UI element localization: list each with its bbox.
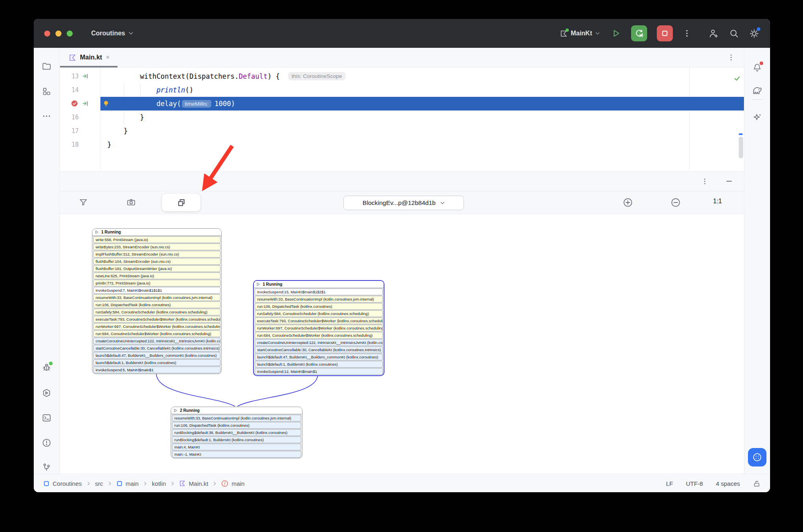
coroutine-scope-dropdown[interactable]: BlockingEv...p@12b84d1b	[343, 196, 464, 210]
filter-icon[interactable]	[78, 197, 88, 207]
stack-frame[interactable]: implFlushBuffer:312, StreamEncoder (sun.…	[93, 251, 221, 258]
stack-frame[interactable]: main:4, MainKt	[172, 444, 301, 450]
stack-frame[interactable]: invokeSuspend:12, MainKt$main$1	[255, 368, 383, 375]
editor-scrollbar[interactable]	[739, 137, 743, 158]
ai-assistant-sparkle-icon[interactable]	[752, 112, 763, 123]
breadcrumb-item[interactable]: kotlin	[152, 480, 166, 487]
stack-frame[interactable]: runWorker:697, CoroutineScheduler$Worker…	[93, 323, 221, 330]
show-creation-frames-button[interactable]	[162, 194, 200, 211]
search-icon[interactable]	[729, 28, 739, 39]
stack-frame[interactable]: invokeSuspend:15, MainKt$main$1$2$1	[255, 289, 383, 295]
code-editor[interactable]: 13withContext(Dispatchers.Default) { thi…	[60, 68, 744, 171]
code-line[interactable]: 14println()	[60, 83, 744, 97]
stack-frame[interactable]: run:106, DispatchedTask (kotlinx.corouti…	[255, 303, 383, 310]
problems-icon[interactable]	[41, 438, 52, 448]
stack-frame[interactable]: newLine:625, PrintStream (java.io)	[93, 272, 221, 279]
more-tool-windows-icon[interactable]	[42, 111, 51, 121]
stack-frame[interactable]: resumeWith:33, BaseContinuationImpl (kot…	[172, 415, 301, 422]
project-selector[interactable]: Coroutines	[91, 30, 133, 37]
unlock-icon[interactable]	[753, 480, 760, 487]
services-icon[interactable]	[41, 388, 52, 398]
stack-frame[interactable]: flushBuffer:181, OutputStreamWriter (jav…	[93, 265, 221, 272]
stack-frame[interactable]: runSafely:584, CoroutineScheduler (kotli…	[93, 309, 221, 315]
stack-box-header[interactable]: 1 Running	[92, 229, 221, 236]
suspend-point-icon[interactable]	[82, 73, 89, 80]
coroutine-stack-box[interactable]: 1 RunninginvokeSuspend:15, MainKt$main$1…	[253, 280, 384, 376]
zoom-out-icon[interactable]	[670, 197, 681, 208]
panel-options-kebab-icon[interactable]	[701, 178, 709, 185]
intention-bulb-icon[interactable]	[102, 100, 110, 107]
button-widget-icon[interactable]	[748, 448, 766, 467]
notifications-bell-icon[interactable]	[752, 62, 762, 73]
encoding-indicator[interactable]: UTF-8	[686, 480, 703, 487]
stack-frame[interactable]: run:684, CoroutineScheduler$Worker (kotl…	[93, 330, 221, 337]
suspend-point-icon[interactable]	[82, 100, 89, 107]
breadcrumb-item[interactable]: src	[95, 480, 103, 487]
stack-frame[interactable]: invokeSuspend:5, MainKt$main$1	[93, 366, 221, 373]
traffic-minimize-button[interactable]	[55, 31, 61, 37]
rerun-debug-button[interactable]	[631, 25, 647, 41]
run-button[interactable]	[611, 28, 621, 39]
stack-frame[interactable]: launch$default:1, BuildersKt (kotlinx.co…	[93, 359, 221, 366]
line-ending-indicator[interactable]: LF	[666, 480, 673, 487]
traffic-close-button[interactable]	[44, 31, 50, 37]
project-folder-icon[interactable]	[41, 61, 52, 72]
stack-frame[interactable]: startCoroutineCancellable:30, Cancellabl…	[255, 346, 383, 353]
gradle-elephant-icon[interactable]	[752, 86, 763, 96]
stack-frame[interactable]: executeTask:793, CoroutineScheduler$Work…	[255, 317, 383, 324]
coroutine-graph-canvas[interactable]: 1 Runningwrite:558, PrintStream (java.io…	[60, 214, 744, 474]
panel-minimize-icon[interactable]	[725, 178, 733, 185]
tab-main-kt[interactable]: Main.kt ×	[60, 48, 118, 67]
stack-frame[interactable]: run:684, CoroutineScheduler$Worker (kotl…	[255, 332, 383, 339]
stack-box-header[interactable]: 1 Running	[254, 281, 384, 288]
stack-frame[interactable]: println:772, PrintStream (java.io)	[93, 280, 221, 286]
code-line[interactable]: delay(timeMillis:1000)	[60, 97, 744, 110]
coroutine-stack-box[interactable]: 1 Runningwrite:558, PrintStream (java.io…	[92, 228, 222, 374]
stack-frame[interactable]: createCoroutineUnintercepted:122, Intrin…	[255, 339, 383, 346]
breakpoint-icon[interactable]	[71, 100, 78, 107]
stack-frame[interactable]: launch$default:47, BuildersKt__Builders_…	[255, 354, 383, 360]
stack-frame[interactable]: runWorker:697, CoroutineScheduler$Worker…	[255, 325, 383, 331]
stack-frame[interactable]: flushBuffer:104, StreamEncoder (sun.nio.…	[93, 258, 221, 265]
code-line[interactable]: 18}	[60, 138, 744, 151]
stack-frame[interactable]: run:106, DispatchedTask (kotlinx.corouti…	[172, 422, 301, 429]
debug-tool-icon[interactable]	[41, 362, 52, 373]
stack-frame[interactable]: runBlocking$default:1, BuildersKt (kotli…	[172, 436, 301, 443]
stack-frame[interactable]: run:106, DispatchedTask (kotlinx.corouti…	[93, 301, 221, 308]
stack-frame[interactable]: startCoroutineCancellable:30, Cancellabl…	[93, 345, 221, 352]
code-line[interactable]: 13withContext(Dispatchers.Default) { thi…	[60, 70, 744, 83]
add-user-icon[interactable]	[708, 28, 719, 39]
stop-button[interactable]	[657, 25, 673, 41]
breadcrumb-item[interactable]: Coroutines	[43, 480, 82, 487]
editor-options-kebab-icon[interactable]	[727, 53, 735, 61]
terminal-icon[interactable]	[41, 413, 52, 423]
settings-gear-icon[interactable]	[749, 28, 760, 39]
capture-snapshot-camera-icon[interactable]	[126, 197, 136, 207]
code-line[interactable]: 17}	[60, 124, 744, 138]
stack-frame[interactable]: write:558, PrintStream (java.io)	[93, 236, 221, 243]
stack-frame[interactable]: runBlocking$default:38, BuildersKt__Buil…	[172, 429, 301, 436]
coroutine-stack-box[interactable]: 2 RunningresumeWith:33, BaseContinuation…	[171, 407, 302, 458]
stack-frame[interactable]: main:-1, MainKt	[172, 451, 301, 458]
tab-close-icon[interactable]: ×	[106, 53, 110, 61]
stack-frame[interactable]: resumeWith:33, BaseContinuationImpl (kot…	[93, 294, 221, 301]
code-line[interactable]: 16}	[60, 110, 744, 124]
stack-frame[interactable]: executeTask:793, CoroutineScheduler$Work…	[93, 316, 221, 323]
breadcrumb-item[interactable]: main	[116, 480, 139, 487]
stack-frame[interactable]: launch$default:1, BuildersKt (kotlinx.co…	[255, 361, 383, 368]
traffic-zoom-button[interactable]	[67, 31, 73, 37]
stack-frame[interactable]: resumeWith:33, BaseContinuationImpl (kot…	[255, 296, 383, 303]
structure-icon[interactable]	[42, 86, 52, 96]
indent-indicator[interactable]: 4 spaces	[716, 480, 740, 487]
stack-frame[interactable]: launch$default:47, BuildersKt__Builders_…	[93, 352, 221, 359]
breadcrumb-item[interactable]: fmain	[221, 480, 245, 487]
run-configuration-selector[interactable]: MainKt	[560, 30, 600, 37]
stack-frame[interactable]: invokeSuspend:7, MainKt$main$1$1$1	[93, 287, 221, 294]
stack-frame[interactable]: runSafely:584, CoroutineScheduler (kotli…	[255, 310, 383, 317]
zoom-in-icon[interactable]	[623, 197, 633, 208]
inspections-ok-check-icon[interactable]	[734, 75, 741, 82]
more-actions-kebab-icon[interactable]	[682, 29, 691, 38]
breadcrumb-item[interactable]: Main.kt	[179, 480, 208, 487]
stack-frame[interactable]: writeBytes:233, StreamEncoder (sun.nio.c…	[93, 243, 221, 250]
stack-box-header[interactable]: 2 Running	[171, 407, 302, 414]
